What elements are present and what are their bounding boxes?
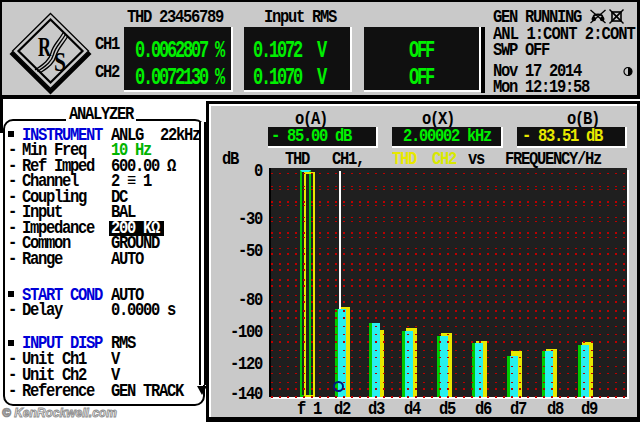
svg-text:S: S — [54, 46, 66, 77]
